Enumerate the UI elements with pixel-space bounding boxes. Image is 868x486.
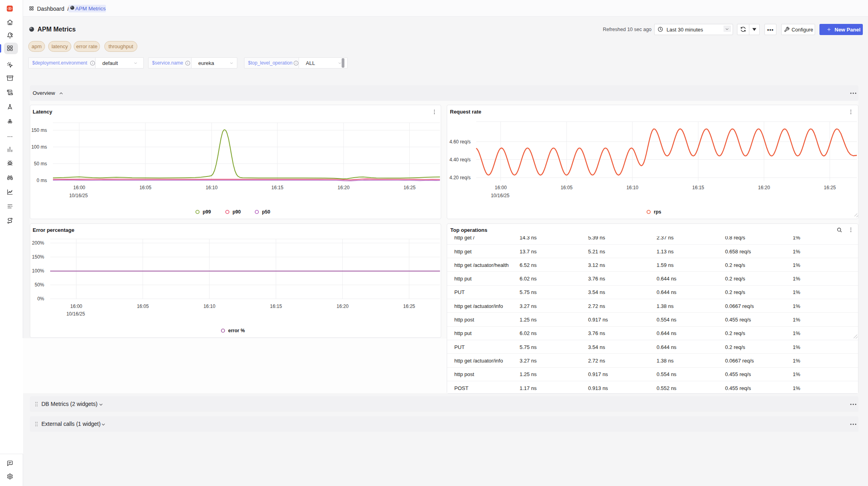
svg-text:rps: rps [654,209,661,215]
svg-text:8: 8 [71,6,72,8]
svg-text:16:00: 16:00 [70,304,82,309]
svg-text:150 ms: 150 ms [31,127,47,133]
svg-text:0 ms: 0 ms [37,178,47,183]
svg-text:50%: 50% [35,282,44,288]
svg-text:4.40 req/s: 4.40 req/s [450,157,471,163]
svg-text:p99: p99 [203,209,211,215]
svg-text:16:20: 16:20 [336,304,348,309]
svg-text:8: 8 [31,28,31,29]
svg-text:p90: p90 [233,209,241,215]
svg-text:16:25: 16:25 [404,185,416,190]
svg-text:10/16/25: 10/16/25 [66,311,85,317]
svg-text:16:25: 16:25 [403,304,415,309]
svg-text:16:15: 16:15 [272,185,283,190]
svg-text:100%: 100% [32,268,44,274]
svg-text:10/16/25: 10/16/25 [491,193,510,198]
svg-text:50 ms: 50 ms [34,161,47,167]
svg-text:16:15: 16:15 [692,185,704,190]
svg-text:16:20: 16:20 [338,185,350,190]
svg-text:16:05: 16:05 [137,304,149,309]
svg-text:100 ms: 100 ms [31,144,47,150]
svg-text:4.60 req/s: 4.60 req/s [450,139,471,145]
svg-text:4.20 req/s: 4.20 req/s [450,175,471,180]
svg-text:16:25: 16:25 [824,185,836,190]
svg-text:150%: 150% [32,254,44,260]
svg-text:16:20: 16:20 [758,185,770,190]
svg-text:10/16/25: 10/16/25 [69,193,88,198]
svg-text:0%: 0% [37,296,45,302]
svg-text:16:10: 16:10 [205,185,217,190]
svg-text:16:05: 16:05 [139,185,151,190]
svg-text:16:10: 16:10 [626,185,638,190]
svg-text:p50: p50 [262,209,270,215]
svg-text:error %: error % [228,328,245,333]
svg-text:16:00: 16:00 [495,185,507,190]
svg-text:16:05: 16:05 [561,185,573,190]
svg-text:16:15: 16:15 [270,304,282,309]
svg-text:200%: 200% [32,240,44,246]
svg-text:16:00: 16:00 [73,185,85,190]
svg-text:16:10: 16:10 [203,304,215,309]
